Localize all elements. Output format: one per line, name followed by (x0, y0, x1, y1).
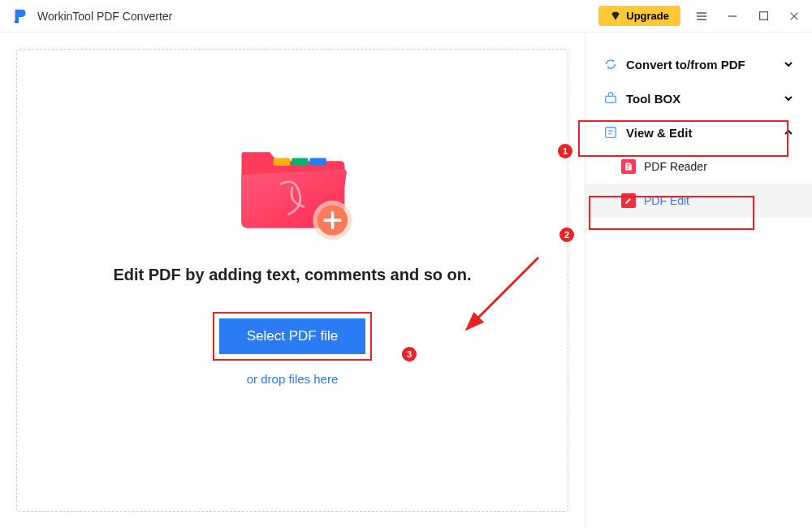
title-bar: WorkinTool PDF Converter Upgrade (0, 0, 812, 32)
sidebar-item-label: PDF Reader (644, 160, 707, 173)
pdf-edit-icon (621, 193, 636, 208)
sidebar-section-label: View & Edit (626, 126, 783, 140)
maximize-icon[interactable] (757, 10, 770, 23)
toolbox-icon (603, 91, 618, 106)
main-heading: Edit PDF by adding text, comments and so… (113, 266, 471, 284)
reader-icon (603, 125, 618, 140)
close-icon[interactable] (788, 10, 801, 23)
svg-rect-6 (606, 96, 616, 102)
sidebar-item-pdf-reader[interactable]: PDF Reader (585, 149, 812, 184)
sidebar-section-label: Tool BOX (626, 92, 783, 106)
window-controls (695, 10, 801, 23)
chevron-up-icon (783, 127, 794, 138)
svg-rect-7 (606, 128, 616, 138)
minimize-icon[interactable] (726, 10, 739, 23)
svg-rect-0 (759, 12, 767, 20)
refresh-icon (603, 57, 618, 71)
svg-rect-2 (292, 158, 309, 166)
svg-rect-1 (274, 158, 291, 166)
sidebar-item-label: PDF Edit (644, 194, 689, 207)
folder-graphic-icon (227, 131, 357, 245)
app-logo-icon (11, 7, 29, 25)
select-pdf-button[interactable]: Select PDF file (219, 318, 365, 354)
content-area: Edit PDF by adding text, comments and so… (0, 32, 812, 528)
drop-hint: or drop files here (247, 372, 339, 386)
sidebar-item-pdf-edit[interactable]: PDF Edit (585, 184, 812, 218)
sidebar-section-label: Convert to/from PDF (626, 58, 783, 71)
upgrade-label: Upgrade (626, 10, 669, 22)
main-area: Edit PDF by adding text, comments and so… (0, 32, 585, 528)
chevron-down-icon (783, 58, 794, 70)
chevron-down-icon (783, 93, 794, 104)
annotation-box-3: Select PDF file (213, 312, 372, 361)
app-title: WorkinTool PDF Converter (37, 10, 598, 23)
pdf-reader-icon (621, 159, 636, 174)
sidebar-section-view-edit[interactable]: View & Edit (585, 115, 812, 149)
sidebar-section-toolbox[interactable]: Tool BOX (585, 81, 812, 115)
dropzone[interactable]: Edit PDF by adding text, comments and so… (16, 49, 568, 512)
sidebar-section-convert[interactable]: Convert to/from PDF (585, 47, 812, 81)
svg-rect-3 (309, 158, 326, 166)
diamond-icon (610, 11, 621, 22)
upgrade-button[interactable]: Upgrade (598, 6, 680, 26)
sidebar: Convert to/from PDF Tool BOX View & Edit (585, 32, 812, 528)
hamburger-menu-icon[interactable] (695, 10, 708, 23)
